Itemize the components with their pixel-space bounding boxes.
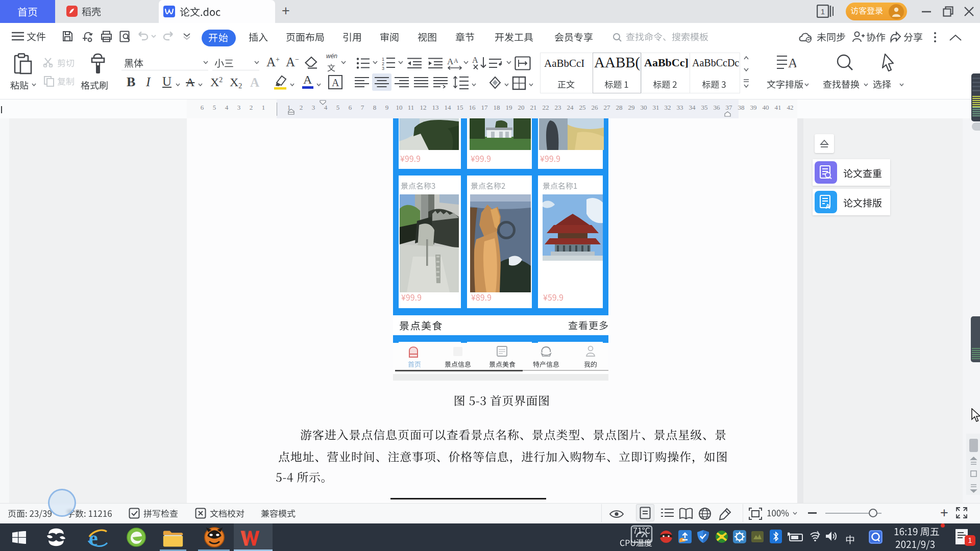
svg-text:1: 1 [821, 7, 825, 16]
svg-text:A: A [788, 56, 796, 70]
svg-text:3: 3 [382, 66, 384, 70]
svg-text:A: A [447, 57, 454, 66]
svg-text:A: A [454, 57, 458, 64]
svg-text:A: A [332, 77, 339, 88]
svg-text:A: A [472, 56, 478, 64]
svg-text:A: A [825, 203, 830, 209]
